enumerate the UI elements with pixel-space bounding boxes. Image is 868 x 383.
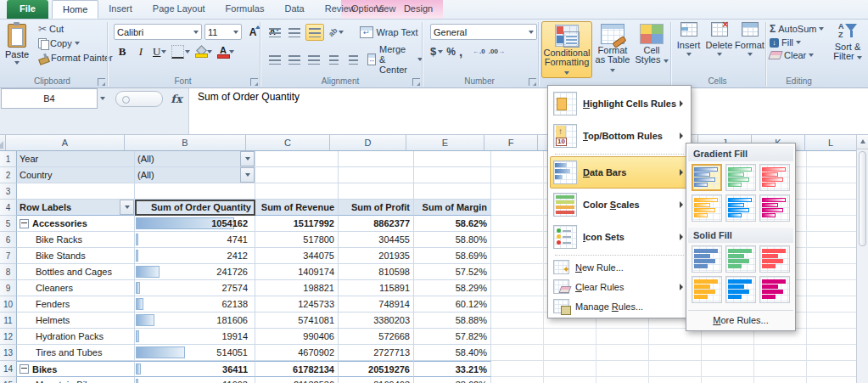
decrease-decimal-button[interactable]: .00→ [489, 48, 505, 55]
cell-C9[interactable]: 198821 [255, 280, 339, 296]
cell-B15[interactable]: 11993 [135, 377, 255, 383]
cell-A6[interactable]: Bike Racks [17, 232, 135, 248]
formula-input[interactable]: Sum of Order Quantity [188, 87, 868, 134]
cell-L14[interactable] [807, 361, 857, 377]
cell-D3[interactable] [339, 183, 414, 200]
row-header-5[interactable]: 5 [0, 216, 17, 232]
cell-K14[interactable] [754, 361, 807, 377]
cell-E5[interactable]: 58.62% [414, 216, 491, 232]
clipboard-dialog-launcher[interactable] [98, 78, 105, 86]
cell-L8[interactable] [807, 264, 857, 280]
name-box[interactable]: B4 [1, 88, 98, 109]
cell-C4[interactable]: Sum of Revenue [255, 200, 339, 216]
autosum-button[interactable]: ΣAutoSum [770, 23, 824, 35]
cell-F1[interactable] [491, 151, 544, 167]
increase-indent-button[interactable] [344, 52, 361, 67]
cell-F3[interactable] [491, 183, 544, 200]
fill-color-button[interactable] [193, 44, 214, 59]
cell-G12[interactable] [544, 329, 596, 345]
cell-B6[interactable]: 4741 [135, 232, 255, 248]
tab-design[interactable]: Design [394, 0, 443, 19]
cell-L7[interactable] [807, 248, 857, 264]
top-align-button[interactable] [266, 25, 283, 40]
row-header-1[interactable]: 1 [0, 151, 17, 167]
cell-B4-active[interactable]: Sum of Order Quantity [135, 200, 255, 216]
menu-item-new-rule[interactable]: ✦New Rule... [550, 257, 689, 277]
cell-F12[interactable] [491, 329, 544, 345]
cell-L5[interactable] [807, 216, 857, 232]
cell-E10[interactable]: 60.12% [414, 296, 491, 313]
cell-A15[interactable]: Mountain Bikes [17, 377, 135, 383]
cell-E1[interactable] [414, 151, 491, 167]
column-header-B[interactable]: B [125, 134, 246, 150]
font-color-button[interactable]: A [216, 44, 236, 59]
font-size-combo[interactable]: 11 [204, 24, 242, 40]
cell-E12[interactable]: 57.82% [414, 329, 491, 345]
column-header-F[interactable]: F [484, 134, 538, 150]
select-all-corner[interactable] [0, 134, 6, 150]
cell-H12[interactable] [596, 329, 649, 345]
cell-B13[interactable]: 514051 [135, 345, 255, 361]
cell-E15[interactable]: 38.62% [414, 377, 491, 383]
menu-item-highlight-cells-rules[interactable]: Highlight Cells Rules [550, 87, 689, 120]
cell-A7[interactable]: Bike Stands [17, 248, 135, 264]
cell-D12[interactable]: 572668 [339, 329, 414, 345]
cell-D6[interactable]: 304455 [339, 232, 414, 248]
alignment-dialog-launcher[interactable] [412, 78, 420, 86]
more-rules-item[interactable]: More Rules... [688, 310, 793, 329]
file-tab[interactable]: File [7, 0, 48, 19]
orientation-button[interactable]: ab [327, 25, 345, 40]
solid-databar-swatch-5[interactable] [759, 276, 790, 303]
gradient-databar-swatch-0[interactable] [692, 164, 722, 191]
tab-page-layout[interactable]: Page Layout [143, 0, 216, 19]
cell-G15[interactable] [544, 377, 596, 383]
copy-button[interactable]: Copy [36, 37, 115, 49]
gradient-databar-swatch-2[interactable] [759, 164, 790, 191]
cell-H14[interactable] [596, 361, 649, 377]
cell-B3[interactable] [135, 183, 255, 200]
cell-C8[interactable]: 1409174 [255, 264, 339, 280]
clear-button[interactable]: Clear [770, 50, 824, 60]
cell-B2[interactable]: (All) [135, 167, 255, 183]
cell-L6[interactable] [807, 232, 857, 248]
cell-C12[interactable]: 990406 [255, 329, 339, 345]
cell-C1[interactable] [255, 151, 339, 167]
cell-J14[interactable] [702, 361, 754, 377]
cell-L3[interactable] [807, 183, 857, 200]
cell-D15[interactable]: 8169463 [339, 377, 414, 383]
filter-dropdown-country[interactable] [240, 167, 255, 183]
cell-C7[interactable]: 344075 [255, 248, 339, 264]
row-header-8[interactable]: 8 [0, 264, 17, 280]
bold-button[interactable]: B [114, 44, 131, 59]
format-cells-button[interactable]: Format [735, 22, 764, 73]
cell-F15[interactable] [491, 377, 544, 383]
filter-dropdown-year[interactable] [240, 151, 255, 166]
cell-L1[interactable] [807, 151, 857, 167]
column-header-E[interactable]: E [406, 134, 484, 150]
column-header-A[interactable]: A [6, 134, 125, 150]
cell-H13[interactable] [596, 345, 649, 361]
cell-B5[interactable]: 1054162 [135, 216, 255, 232]
cell-styles-button[interactable]: CellStyles [634, 21, 669, 76]
bottom-align-button[interactable] [305, 24, 324, 41]
gradient-databar-swatch-4[interactable] [725, 194, 756, 222]
cell-E6[interactable]: 58.80% [414, 232, 491, 248]
cell-F9[interactable] [491, 280, 544, 296]
cell-B1[interactable]: (All) [135, 151, 255, 167]
cell-A11[interactable]: Helmets [17, 313, 135, 329]
gradient-databar-swatch-5[interactable] [759, 194, 790, 222]
percent-style-button[interactable]: % [446, 46, 456, 58]
cell-L10[interactable] [807, 296, 857, 313]
cell-L9[interactable] [807, 280, 857, 296]
solid-databar-swatch-4[interactable] [725, 276, 756, 303]
cell-H15[interactable] [596, 377, 649, 383]
cell-L11[interactable] [807, 313, 857, 329]
comma-style-button[interactable]: , [459, 44, 462, 59]
cell-D14[interactable]: 20519276 [339, 361, 414, 377]
cell-I15[interactable] [649, 377, 702, 383]
cell-F13[interactable] [491, 345, 544, 361]
paste-button[interactable]: Paste [2, 22, 32, 73]
name-box-dropdown[interactable] [96, 88, 109, 109]
cell-F11[interactable] [491, 313, 544, 329]
format-painter-button[interactable]: Format Painter [36, 52, 115, 64]
